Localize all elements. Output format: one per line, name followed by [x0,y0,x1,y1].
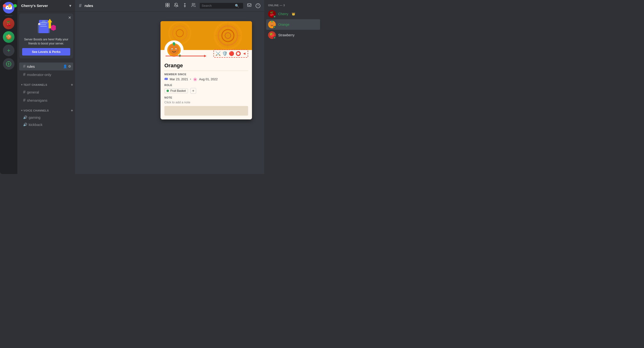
hash-icon: # [23,64,26,69]
member-avatar-cherry: 🍒 [268,10,276,18]
speaker-icon: 🔊 [23,123,27,126]
svg-text:✕: ✕ [38,23,40,25]
search-box[interactable]: 🔍 [200,3,243,9]
note-input[interactable] [164,106,248,116]
member-status-dot [274,26,276,28]
channel-item-rules[interactable]: # rules 👤 ⚙ [19,62,73,70]
channel-name-gaming: gaming [29,115,40,119]
channel-item-moderator-only[interactable]: # moderator-only [19,71,73,79]
discord-logo-icon [164,77,168,81]
boost-banner: ✕ ✕ [19,13,73,58]
online-status-dot [178,54,182,58]
badge-tools-icon[interactable]: ⚔️ [216,51,221,56]
hash-icon: # [23,72,26,77]
arrow-indicator-icon: ◄ [242,51,246,56]
pin-icon[interactable] [182,3,187,9]
threads-icon[interactable] [165,3,170,9]
voice-channels-category[interactable]: ▾ VOICE CHANNELS + [17,105,75,114]
plus-icon: + [7,47,10,54]
topbar-actions: 🔍 ? [165,3,260,9]
profile-badges: ⚔️ 🛡️ 🔴 ⭕ ◄ [214,49,248,58]
category-chevron-icon: ▾ [21,109,22,112]
note-placeholder-text[interactable]: Click to add a note [164,100,248,104]
svg-point-48 [271,24,271,24]
channel-name-kickback: kickback [29,123,42,127]
member-item-strawberry[interactable]: 🍓 Strawberry [266,30,320,40]
channel-content: ⚔️ 🛡️ 🔴 ⭕ ◄ Orange MEMBER SINCE [75,11,264,174]
add-member-icon[interactable]: 👤 [63,64,67,68]
settings-icon[interactable]: ⚙ [68,64,71,68]
member-name-strawberry: Strawberry [278,33,294,37]
svg-rect-18 [166,5,168,7]
topbar-hash-icon: # [79,3,82,8]
server-icon-cherrys[interactable]: 🍒 [3,18,14,29]
member-item-orange[interactable]: Orange [266,19,320,30]
channel-item-gaming[interactable]: 🔊 gaming [19,114,73,121]
badge-circle-icon[interactable]: ⭕ [236,51,241,56]
profile-body: Orange MEMBER SINCE Mar 23, 2021 • 🌸 Aug… [160,60,252,119]
svg-rect-17 [168,3,170,5]
server-name: Cherry's Server [21,3,48,8]
maximize-button[interactable] [14,4,17,7]
close-icon[interactable]: ✕ [68,15,71,20]
member-list: ONLINE — 3 🍒 Cherry 👑 [264,0,322,174]
member-name-orange: Orange [278,22,290,26]
boost-text: Server Boosts are here! Rally your frien… [22,37,70,46]
profile-divider [164,71,248,71]
member-avatar-orange [268,21,276,28]
svg-rect-10 [40,26,47,27]
topbar-channel-name: rules [84,3,93,8]
member-item-cherry[interactable]: 🍒 Cherry 👑 [266,9,320,19]
mute-notifications-icon[interactable] [174,3,178,9]
inbox-icon[interactable] [247,3,252,9]
badge-shield-icon[interactable]: 🛡️ [222,51,228,56]
channel-list: # rules 👤 ⚙ # moderator-only ▾ TEXT CHAN… [17,60,75,174]
role-label: ROLE [164,84,248,87]
add-text-channel-icon[interactable]: + [71,83,73,87]
text-channels-label: TEXT CHANNELS [24,83,48,86]
server-icon-2[interactable]: 🍪 [3,31,14,43]
traffic-lights [0,0,17,11]
svg-point-49 [273,24,273,24]
badge-ring-icon[interactable]: 🔴 [229,51,234,56]
boost-illustration: ✕ [22,16,70,35]
search-input[interactable] [202,4,233,7]
server-list: 🍒 🍪 + [0,0,17,174]
channel-name-shenanigans: shenanigans [27,98,48,102]
svg-point-21 [192,3,194,5]
member-status-dot [274,36,276,39]
svg-point-1 [8,63,10,65]
minimize-button[interactable] [8,4,12,7]
online-category-label: ONLINE — 3 [266,4,320,7]
channel-item-general[interactable]: # general [19,88,73,96]
svg-point-39 [172,49,172,50]
help-icon[interactable]: ? [256,3,260,8]
main-content: # rules [75,0,264,174]
add-voice-channel-icon[interactable]: + [71,108,73,113]
channel-sidebar: Cherry's Server ▾ ✕ [17,0,75,174]
server-join-date: Aug 01, 2022 [199,77,218,81]
role-section: ROLE Fruit Basket + [164,84,248,94]
add-role-button[interactable]: + [190,88,196,94]
explore-button[interactable] [3,58,14,70]
note-section: NOTE Click to add a note [164,96,248,116]
server-divider [5,15,12,16]
server-header[interactable]: Cherry's Server ▾ [17,0,75,11]
profile-avatar-area: ⚔️ 🛡️ 🔴 ⭕ ◄ [160,40,252,60]
text-channels-category[interactable]: ▾ TEXT CHANNELS + [17,79,75,88]
role-tag-fruit-basket: Fruit Basket [164,88,188,93]
date-separator: • [190,77,191,81]
chevron-down-icon: ▾ [69,3,71,8]
add-server-button[interactable]: + [3,45,14,56]
see-levels-button[interactable]: See Levels & Perks [22,48,70,55]
role-color-dot [166,90,169,92]
profile-username: Orange [164,62,248,69]
svg-point-36 [169,44,179,55]
channel-item-kickback[interactable]: 🔊 kickback [19,121,73,128]
member-status-dot [274,15,276,18]
member-since-label: MEMBER SINCE [164,73,248,76]
channel-name-general: general [27,90,39,94]
close-button[interactable] [3,4,6,7]
channel-item-shenanigans[interactable]: # shenanigans [19,96,73,104]
member-list-icon[interactable] [191,3,196,9]
